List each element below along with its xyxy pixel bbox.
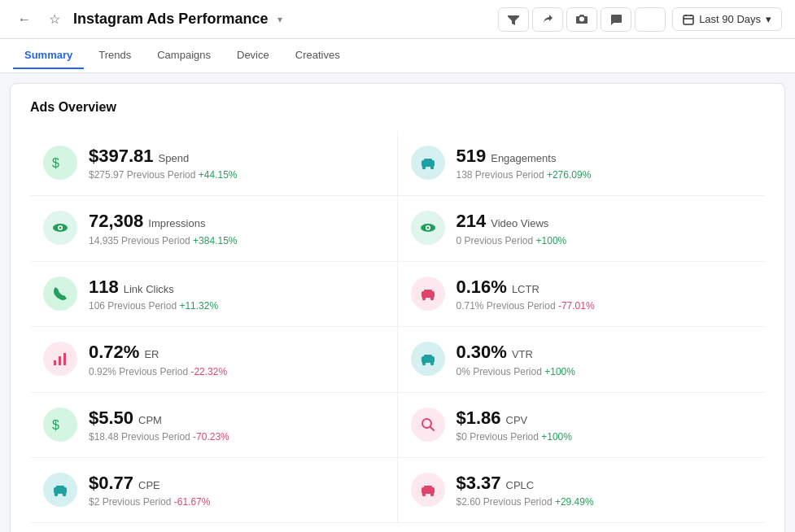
svg-point-4: [422, 166, 425, 169]
metric-change: +100%: [541, 431, 572, 443]
prev-period: 14,935 Previous Period: [89, 235, 190, 246]
metric-icon: [411, 473, 445, 507]
tab-device[interactable]: Device: [225, 42, 281, 69]
metric-content: 0.72%ER 0.92% Previous Period -22.32%: [89, 342, 227, 377]
prev-period: 0.71% Previous Period: [456, 300, 556, 312]
metric-content: $397.81Spend $275.97 Previous Period +44…: [89, 146, 237, 181]
prev-period: 106 Previous Period: [89, 300, 177, 312]
title-chevron[interactable]: ▾: [277, 14, 282, 25]
metric-value: 0.16%LCTR: [456, 277, 595, 298]
metric-value: $1.86CPV: [456, 408, 572, 429]
tab-trends[interactable]: Trends: [87, 42, 142, 69]
metric-content: $3.37CPLC $2.60 Previous Period +29.49%: [456, 473, 594, 508]
svg-rect-13: [424, 290, 432, 293]
svg-point-32: [422, 493, 425, 496]
metric-label: Spend: [159, 152, 190, 164]
top-bar: ← ☆ Instagram Ads Performance ▾: [0, 0, 795, 39]
prev-period: $18.48 Previous Period: [89, 431, 190, 443]
svg-rect-3: [424, 159, 432, 162]
metric-label: Link Clicks: [124, 283, 174, 295]
metric-value: 72,308Impressions: [89, 211, 237, 232]
filter-icon: [507, 13, 520, 26]
filter-button[interactable]: [498, 7, 529, 32]
metric-label: LCTR: [512, 283, 539, 295]
metric-content: 214Video Views 0 Previous Period +100%: [456, 211, 567, 246]
svg-rect-31: [424, 486, 432, 489]
metric-label: CPLC: [506, 479, 535, 491]
camera-icon: [575, 13, 588, 26]
metric-change: +100%: [544, 366, 575, 377]
svg-text:$: $: [52, 418, 59, 432]
metric-change: -70.23%: [193, 431, 229, 443]
metric-icon: $: [43, 146, 77, 180]
back-button[interactable]: ←: [13, 9, 36, 30]
top-bar-left: ← ☆ Instagram Ads Performance ▾: [13, 8, 498, 30]
metric-content: 519Engagements 138 Previous Period +276.…: [456, 146, 592, 181]
metric-item: 0.30%VTR 0% Previous Period +100%: [398, 327, 766, 392]
svg-rect-17: [59, 356, 61, 365]
metric-icon: [411, 211, 445, 245]
svg-point-28: [55, 493, 58, 496]
screenshot-button[interactable]: [566, 7, 597, 32]
metric-item: 0.16%LCTR 0.71% Previous Period -77.01%: [398, 262, 766, 327]
metric-value: $5.50CPM: [89, 408, 229, 429]
metric-sub: 106 Previous Period +11.32%: [89, 300, 218, 312]
metric-sub: $18.48 Previous Period -70.23%: [89, 431, 229, 443]
prev-period: 138 Previous Period: [456, 169, 544, 181]
svg-point-21: [422, 362, 425, 365]
date-range-button[interactable]: Last 90 Days ▾: [672, 7, 782, 31]
metric-change: +11.32%: [179, 300, 218, 312]
metric-item: $1.86CPV $0 Previous Period +100%: [398, 393, 766, 458]
svg-text:$: $: [52, 156, 59, 170]
svg-point-5: [430, 166, 433, 169]
share-icon: [541, 13, 554, 26]
svg-rect-16: [54, 360, 56, 365]
metric-change: -22.32%: [190, 366, 227, 377]
metric-value: $0.77CPE: [89, 473, 210, 494]
metric-sub: 0 Previous Period +100%: [456, 235, 567, 246]
svg-rect-20: [424, 355, 432, 358]
metric-item: 0.72%ER 0.92% Previous Period -22.32%: [30, 327, 398, 392]
metric-item: $0.77CPE $2 Previous Period -61.67%: [30, 458, 398, 523]
metric-item: $ $5.50CPM $18.48 Previous Period -70.23…: [30, 393, 398, 458]
metric-icon: [411, 277, 445, 311]
prev-period: $2.60 Previous Period: [456, 496, 553, 508]
tab-summary[interactable]: Summary: [13, 42, 84, 69]
metric-icon: [43, 473, 77, 507]
tab-creatives[interactable]: Creatives: [284, 42, 352, 69]
calendar-icon: [683, 14, 694, 25]
prev-period: $2 Previous Period: [89, 496, 171, 508]
metric-sub: $275.97 Previous Period +44.15%: [89, 169, 237, 181]
svg-rect-18: [63, 353, 66, 365]
metric-item: 214Video Views 0 Previous Period +100%: [398, 196, 766, 261]
tab-campaigns[interactable]: Campaigns: [146, 42, 222, 69]
metric-item: $ $397.81Spend $275.97 Previous Period +…: [30, 131, 398, 196]
svg-point-29: [63, 493, 66, 496]
metric-value: 0.30%VTR: [456, 342, 575, 363]
metric-value: 519Engagements: [456, 146, 592, 167]
comment-button[interactable]: [601, 7, 631, 32]
metric-icon: [43, 342, 77, 376]
share-button[interactable]: [532, 7, 563, 32]
metric-label: Impressions: [148, 217, 205, 229]
metric-change: +100%: [536, 235, 567, 246]
metric-content: $1.86CPV $0 Previous Period +100%: [456, 408, 572, 443]
metric-icon: [411, 146, 445, 180]
download-button[interactable]: [635, 7, 666, 32]
date-range-label: Last 90 Days: [699, 13, 761, 25]
metric-icon: [411, 408, 445, 442]
metric-content: 118Link Clicks 106 Previous Period +11.3…: [89, 277, 218, 312]
metric-value: $3.37CPLC: [456, 473, 594, 494]
page-title: Instagram Ads Performance: [73, 11, 268, 28]
metric-sub: 0% Previous Period +100%: [456, 366, 575, 377]
metric-icon: $: [43, 408, 77, 442]
date-range-chevron: ▾: [766, 13, 771, 25]
svg-point-33: [430, 493, 433, 496]
star-button[interactable]: ☆: [44, 8, 65, 30]
metric-sub: 14,935 Previous Period +384.15%: [89, 235, 237, 246]
metric-icon: [411, 342, 445, 376]
prev-period: $275.97 Previous Period: [89, 169, 195, 181]
svg-point-14: [422, 297, 425, 300]
svg-point-22: [430, 362, 433, 365]
metric-change: +29.49%: [555, 496, 594, 508]
